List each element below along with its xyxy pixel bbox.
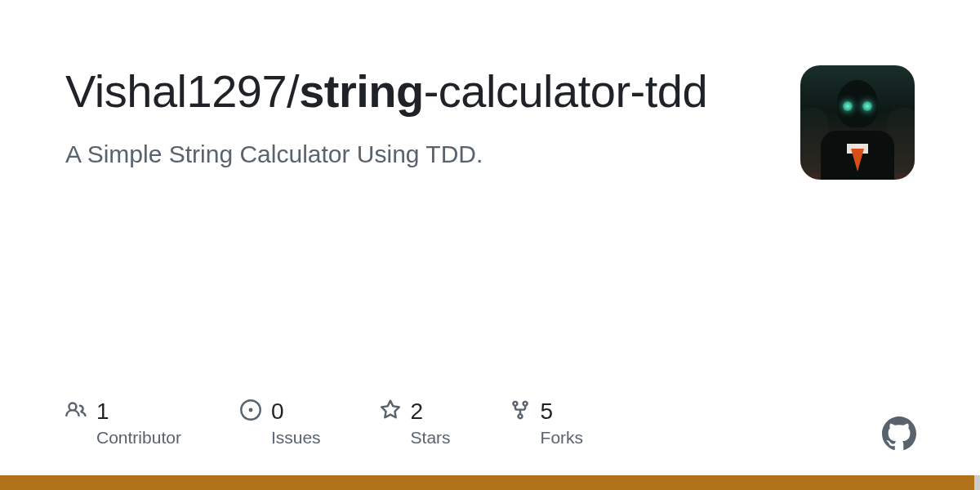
repo-name-rest: -calculator-tdd [424, 65, 707, 117]
stats-row: 1 Contributor 0 Issues 2 Stars 5 Forks [65, 399, 915, 448]
stars-count: 2 [411, 399, 424, 425]
repo-separator: / [287, 65, 299, 117]
language-bar-primary [0, 475, 974, 490]
repo-description: A Simple String Calculator Using TDD. [65, 137, 784, 172]
star-icon [380, 399, 401, 424]
fork-icon [510, 399, 531, 424]
contributors-label: Contributor [96, 428, 181, 448]
people-icon [65, 399, 87, 424]
avatar [800, 65, 915, 180]
issue-icon [240, 399, 261, 424]
stat-stars: 2 Stars [380, 399, 451, 448]
language-bar [0, 475, 980, 490]
issues-count: 0 [271, 399, 284, 425]
language-bar-secondary [974, 475, 980, 490]
stat-contributors: 1 Contributor [65, 399, 181, 448]
forks-label: Forks [541, 428, 584, 448]
issues-label: Issues [271, 428, 321, 448]
github-logo-icon [882, 416, 916, 451]
repo-owner: Vishal1297 [65, 65, 287, 117]
stat-forks: 5 Forks [510, 399, 584, 448]
forks-count: 5 [541, 399, 554, 425]
stars-label: Stars [411, 428, 451, 448]
contributors-count: 1 [96, 399, 109, 425]
repo-title: Vishal1297/string-calculator-tdd [65, 65, 784, 118]
repo-name-bold: string [299, 65, 424, 117]
stat-issues: 0 Issues [240, 399, 321, 448]
